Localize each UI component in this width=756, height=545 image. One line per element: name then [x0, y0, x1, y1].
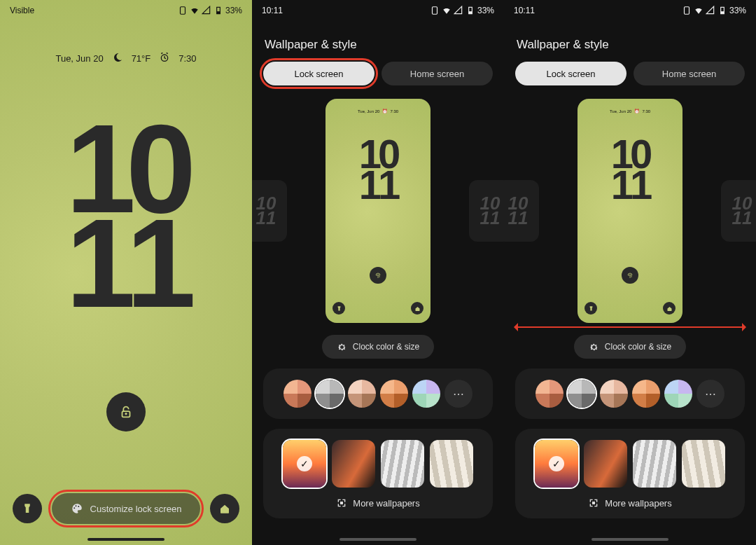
tab-lock-screen[interactable]: Lock screen — [263, 62, 374, 85]
color-swatch-2[interactable] — [316, 380, 344, 408]
lock-date: Tue, Jun 20 — [55, 53, 103, 64]
svg-point-7 — [75, 505, 76, 506]
more-wallpapers-button[interactable]: More wallpapers — [524, 497, 736, 509]
nav-handle[interactable] — [340, 538, 416, 541]
svg-rect-12 — [340, 502, 343, 504]
preview-min: 11 — [326, 170, 430, 200]
color-swatch-5[interactable] — [412, 380, 440, 408]
clock-size-label: Clock color & size — [353, 342, 419, 352]
preview-date: Tue, Jun 20 — [358, 109, 379, 113]
carrier-label: Visible — [10, 6, 34, 15]
customize-lock-screen-button[interactable]: Customize lock screen — [52, 493, 200, 524]
tab-home-screen[interactable]: Home screen — [634, 62, 745, 85]
preview-home — [411, 302, 424, 315]
preview-info: Tue, Jun 20 ⏰ 7:30 — [578, 99, 682, 113]
lock-screen-preview[interactable]: Tue, Jun 20 ⏰ 7:30 10 11 — [326, 99, 430, 323]
wallpaper-thumb-3[interactable] — [381, 440, 424, 488]
status-bar: 10:11 33% — [504, 0, 756, 17]
clock-style-next[interactable]: 10 11 — [469, 180, 504, 242]
more-colors-button[interactable]: ⋯ — [444, 380, 472, 408]
svg-rect-13 — [684, 7, 689, 15]
svg-rect-16 — [592, 502, 595, 504]
clock-style-carousel[interactable]: 10 11 Tue, Jun 20 ⏰ 7:30 10 11 10 11 — [252, 95, 504, 326]
color-swatch-1[interactable] — [536, 380, 564, 408]
screen-segmented-control: Lock screen Home screen — [252, 62, 504, 85]
color-swatch-5[interactable] — [664, 380, 692, 408]
side-min: 11 — [508, 211, 528, 226]
clock-style-carousel[interactable]: 10 11 Tue, Jun 20 ⏰ 7:30 10 11 10 11 — [504, 95, 756, 326]
lock-screen-preview[interactable]: Tue, Jun 20 ⏰ 7:30 10 11 — [578, 99, 682, 323]
status-time: 10:11 — [514, 6, 535, 15]
color-swatch-3[interactable] — [600, 380, 628, 408]
color-swatch-1[interactable] — [284, 380, 312, 408]
preview-min: 11 — [578, 170, 682, 200]
home-icon — [218, 502, 231, 515]
gear-icon — [589, 342, 599, 352]
preview-clock: 10 11 — [578, 139, 682, 200]
clock-color-size-button[interactable]: Clock color & size — [574, 335, 686, 359]
preview-clock: 10 11 — [326, 139, 430, 200]
wallpapers-card: ✓ More wallpapers — [263, 429, 493, 518]
home-icon — [666, 305, 673, 312]
lock-alarm-time: 7:30 — [178, 53, 196, 64]
svg-point-8 — [78, 506, 79, 507]
flashlight-icon — [336, 305, 342, 312]
wallpaper-thumb-2[interactable] — [584, 440, 627, 488]
palette-icon — [71, 502, 83, 515]
preview-alarm-icon: ⏰ — [634, 109, 639, 113]
battery-percent: 33% — [729, 6, 746, 15]
page-title: Wallpaper & style — [504, 17, 756, 62]
signal-icon — [454, 6, 463, 15]
check-icon: ✓ — [549, 456, 564, 471]
flashlight-icon — [588, 305, 594, 312]
preview-alarm: 7:30 — [642, 109, 650, 113]
tab-home-screen[interactable]: Home screen — [382, 62, 493, 85]
flashlight-icon — [21, 502, 34, 515]
lock-info-row: Tue, Jun 20 71°F 7:30 — [0, 52, 252, 65]
status-bar: 10:11 33% — [252, 0, 504, 17]
color-swatch-4[interactable] — [632, 380, 660, 408]
nav-handle[interactable] — [88, 538, 164, 541]
more-colors-button[interactable]: ⋯ — [696, 380, 724, 408]
more-wallpapers-label: More wallpapers — [605, 498, 671, 509]
wallpaper-icon — [588, 497, 599, 509]
color-swatches-card: ⋯ — [515, 368, 745, 419]
tab-lock-screen[interactable]: Lock screen — [515, 62, 626, 85]
clock-style-prev[interactable]: 10 11 — [252, 180, 287, 242]
rotation-lock-icon — [430, 6, 440, 15]
color-swatch-2[interactable] — [568, 380, 596, 408]
wallpaper-thumb-2[interactable] — [332, 440, 375, 488]
more-wallpapers-button[interactable]: More wallpapers — [272, 497, 484, 509]
clock-color-size-button[interactable]: Clock color & size — [322, 335, 434, 359]
gear-icon — [337, 342, 347, 352]
wallpaper-thumb-1[interactable]: ✓ — [283, 440, 326, 488]
wifi-icon — [190, 6, 200, 15]
wallpaper-thumb-4[interactable] — [430, 440, 473, 488]
clock-size-label: Clock color & size — [605, 342, 671, 352]
preview-alarm: 7:30 — [390, 109, 398, 113]
home-button[interactable] — [210, 494, 239, 523]
screen-segmented-control: Lock screen Home screen — [504, 62, 756, 85]
nav-handle[interactable] — [592, 538, 668, 541]
wallpaper-thumb-4[interactable] — [682, 440, 725, 488]
status-bar: Visible 33% — [0, 0, 252, 17]
preview-alarm-icon: ⏰ — [382, 109, 387, 113]
color-swatch-3[interactable] — [348, 380, 376, 408]
clock-style-next[interactable]: 10 11 — [721, 180, 756, 242]
tab-home-label: Home screen — [662, 69, 716, 79]
svg-rect-2 — [217, 11, 220, 14]
lock-temp: 71°F — [132, 53, 151, 64]
wallpaper-thumb-1[interactable]: ✓ — [535, 440, 578, 488]
lock-clock: 10 11 — [0, 121, 252, 310]
clock-style-prev[interactable]: 10 11 — [504, 180, 539, 242]
color-swatch-4[interactable] — [380, 380, 408, 408]
fingerprint-icon — [374, 271, 382, 280]
unlock-button[interactable] — [106, 392, 146, 432]
battery-icon — [214, 6, 223, 15]
wallpaper-icon — [336, 497, 347, 509]
rotation-lock-icon — [178, 6, 188, 15]
wallpaper-thumb-3[interactable] — [633, 440, 676, 488]
flashlight-button[interactable] — [13, 494, 42, 523]
preview-fingerprint — [622, 267, 638, 284]
side-min: 11 — [480, 211, 500, 226]
